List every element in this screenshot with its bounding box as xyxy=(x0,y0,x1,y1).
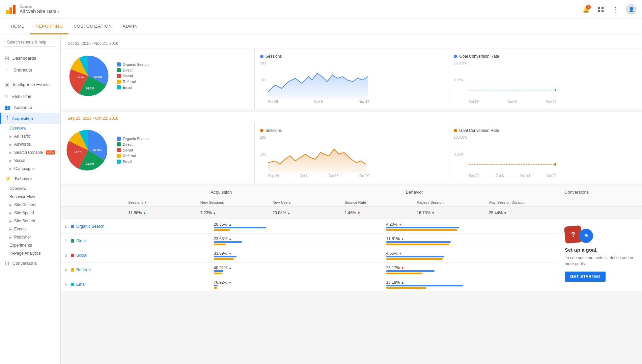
goal2-x-oct6: Oct 6 xyxy=(496,174,504,178)
table-row-1: 1 Organic Search 20.35% ▲ xyxy=(61,219,642,234)
publisher-expand: ▶ xyxy=(9,235,12,239)
sidebar-sub-label-overview: Overview xyxy=(9,126,26,131)
row-1-new-users xyxy=(297,226,384,227)
sidebar-sub-label-social: Social xyxy=(14,158,25,163)
row-4-bounce-bar-orange xyxy=(386,273,423,274)
sidebar-sub-adwords[interactable]: ▶ AdWords xyxy=(0,140,60,148)
avg-dur-down-arrow: ▼ xyxy=(504,211,507,215)
goal-y-top-2: 100.00% xyxy=(454,136,467,139)
behavior-icon: ⚡ xyxy=(5,175,11,182)
sidebar-sub-label-behavior-flow: Behavior Flow xyxy=(9,194,35,199)
sessions-dot-2 xyxy=(260,129,263,132)
row-4-link[interactable]: Referral xyxy=(76,268,91,272)
sidebar-sub-behavior-flow[interactable]: Behavior Flow xyxy=(0,193,60,201)
col-header-sessions[interactable]: Sessions ▼ xyxy=(125,198,197,206)
row-3-new-users xyxy=(297,255,384,256)
row-2-bounce-bar-blue xyxy=(386,241,451,243)
sidebar-sub-campaigns[interactable]: ▶ Campaigns xyxy=(0,165,60,173)
sidebar-sub-beh-overview[interactable]: Overview xyxy=(0,185,60,193)
new-sessions-up-arrow: ▲ xyxy=(213,211,216,215)
x-label-nov5: Nov 5 xyxy=(314,100,323,104)
col-header-avg-duration[interactable]: Avg. Session Duration xyxy=(485,198,558,206)
table-body: 1 Organic Search 20.35% ▲ xyxy=(61,219,642,292)
row-4-pages xyxy=(470,269,556,271)
sidebar-sub-all-traffic[interactable]: ▶ All Traffic xyxy=(0,132,60,140)
col-header-pages-session[interactable]: Pages / Session xyxy=(413,198,485,206)
sidebar-sub-overview[interactable]: Overview xyxy=(0,124,60,132)
row-2-link[interactable]: Direct xyxy=(76,239,87,243)
legend-label-social: Social xyxy=(123,74,133,78)
legend-color-organic xyxy=(117,62,121,66)
notification-button[interactable]: 🔔 1 xyxy=(581,5,591,14)
main-layout: ⊞ Dashboards ← Shortcuts ◉ Intelligence … xyxy=(0,34,642,364)
sidebar-sub-site-search[interactable]: ▶ Site Search xyxy=(0,217,60,225)
row-3-bars xyxy=(214,256,295,260)
sidebar-item-intelligence[interactable]: ◉ Intelligence Events xyxy=(0,79,60,90)
table-col-headers: Sessions ▼ New Sessions New Users Bounce… xyxy=(61,198,642,207)
row-5-link[interactable]: Email xyxy=(76,282,86,287)
tab-home[interactable]: HOME xyxy=(5,19,30,34)
row-5-bounce: 18.18% ▲ xyxy=(384,279,470,289)
sidebar-item-conversions[interactable]: ⊡ Conversions xyxy=(0,257,60,269)
row-2-num: 2 xyxy=(61,239,71,243)
sidebar-item-behavior[interactable]: ⚡ Behavior xyxy=(0,173,60,185)
tab-admin[interactable]: ADMIN xyxy=(117,19,143,34)
goal-y-top-1: 100.00% xyxy=(454,61,467,65)
goal-x-nov12: Nov 12 xyxy=(546,100,557,104)
sidebar-sub-site-speed[interactable]: ▶ Site Speed xyxy=(0,209,60,217)
apps-button[interactable] xyxy=(596,5,606,14)
pages-down-arrow: ▼ xyxy=(431,211,435,215)
row-5-new-users xyxy=(297,284,384,285)
row-5-bars xyxy=(214,285,295,289)
sidebar-label-audience: Audience xyxy=(14,105,32,110)
sidebar-sub-inpage[interactable]: In-Page Analytics xyxy=(0,249,60,257)
tab-customization[interactable]: CUSTOMIZATION xyxy=(68,19,117,34)
col-header-new-sessions[interactable]: New Sessions xyxy=(197,198,269,206)
account-button[interactable]: 👤 xyxy=(626,4,637,15)
row-3-link[interactable]: Social xyxy=(76,253,87,258)
row-1-link[interactable]: Organic Search xyxy=(76,224,104,229)
row-1-new-sessions: 20.35% ▲ xyxy=(211,221,298,231)
sidebar-sub-site-content[interactable]: ▶ Site Content xyxy=(0,201,60,209)
search-input[interactable] xyxy=(4,38,56,47)
more-button[interactable]: ⋮ xyxy=(611,5,620,14)
property-dropdown[interactable]: ▾ xyxy=(58,9,60,14)
sidebar-item-shortcuts[interactable]: ← Shortcuts xyxy=(0,64,60,76)
row-5-bar-orange xyxy=(214,287,217,289)
sidebar-sub-publisher[interactable]: ▶ Publisher xyxy=(0,233,60,241)
summary-sessions: 11.98% ▲ xyxy=(125,209,197,217)
acquisition-icon: ⤴ xyxy=(6,115,8,121)
logo-area: Cosmic All Web Site Data ▾ xyxy=(5,4,581,15)
row-4-color xyxy=(71,268,74,272)
sidebar-sub-social[interactable]: ▶ Social xyxy=(0,157,60,165)
summary-new-users: 20.08% ▲ xyxy=(269,209,341,217)
sidebar-sub-experiments[interactable]: Experiments xyxy=(0,241,60,249)
r2-bounce-arrow: ▲ xyxy=(401,237,404,241)
sidebar-sub-events[interactable]: ▶ Events xyxy=(0,225,60,233)
svg-point-11 xyxy=(555,89,556,91)
table-conversions-header: Conversions xyxy=(511,186,642,198)
col-header-bounce-rate[interactable]: Bounce Rate xyxy=(341,198,413,206)
table-row-4: 4 Referral 40.91% ▲ xyxy=(61,263,642,277)
pie-svg-2: 52.9% 21.9% 18.4% xyxy=(66,128,110,172)
row-1-bar-blue xyxy=(214,227,267,228)
sidebar-item-acquisition[interactable]: ⤴ Acquisition xyxy=(0,113,60,124)
row-5-label: Email xyxy=(71,282,125,287)
goal-cta-panel: ? ⚑ Set up a goal. To see outcome metric… xyxy=(558,219,642,288)
tab-reporting[interactable]: REPORTING xyxy=(30,19,68,34)
row-1-bounce-bar-orange xyxy=(386,229,457,231)
campaigns-expand: ▶ xyxy=(9,167,12,171)
row-3-pages xyxy=(470,255,556,256)
row-3-label: Social xyxy=(71,253,125,258)
sidebar-item-dashboards[interactable]: ⊞ Dashboards xyxy=(0,52,60,64)
row-3-new-sessions: 33.59% ▼ xyxy=(211,250,298,260)
sidebar-item-realtime[interactable]: ○ Real-Time xyxy=(0,90,60,102)
row-4-new-users xyxy=(297,269,384,271)
col-header-new-users[interactable]: New Users xyxy=(269,198,341,206)
get-started-button[interactable]: GET STARTED xyxy=(565,272,606,282)
svg-text:18.4%: 18.4% xyxy=(74,150,82,153)
sidebar-item-audience[interactable]: 👥 Audience xyxy=(0,102,60,113)
sidebar-sub-search-console[interactable]: ▶ Search Console NEW xyxy=(0,148,60,157)
sessions-up-arrow: ▲ xyxy=(143,211,146,215)
goal-svg-2 xyxy=(469,136,556,173)
